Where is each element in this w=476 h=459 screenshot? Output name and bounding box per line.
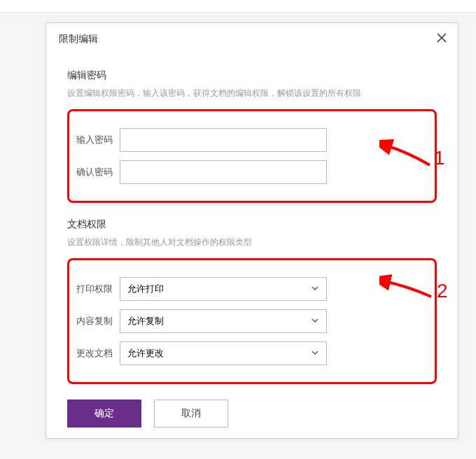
enter-password-input[interactable] [120, 128, 327, 152]
chevron-down-icon [311, 284, 319, 295]
annotation-number-1: 1 [434, 147, 445, 169]
enter-password-label: 输入密码 [76, 134, 120, 146]
copy-permission-value: 允许复制 [127, 315, 164, 327]
restrict-edit-dialog: 限制编辑 编辑密码 设置编辑权限密码，输入该密码，获得文档的编辑权限，解锁该设置… [46, 22, 458, 439]
print-permission-label: 打印权限 [76, 283, 120, 295]
ok-button-label: 确定 [94, 407, 114, 420]
copy-permission-select[interactable]: 允许复制 [120, 309, 327, 333]
modify-permission-select[interactable]: 允许更改 [120, 341, 327, 365]
dialog-content: 编辑密码 设置编辑权限密码，输入该密码，获得文档的编辑权限，解锁该设置的所有权限… [46, 52, 458, 442]
annotation-arrow-2 [379, 271, 435, 304]
section1-desc: 设置编辑权限密码，输入该密码，获得文档的编辑权限，解锁该设置的所有权限 [67, 87, 437, 99]
cancel-button-label: 取消 [181, 407, 201, 420]
section2-title: 文档权限 [67, 218, 437, 231]
chevron-down-icon [311, 348, 319, 359]
cancel-button[interactable]: 取消 [154, 400, 228, 428]
annotation-arrow-1 [379, 139, 434, 171]
ok-button[interactable]: 确定 [67, 400, 141, 428]
annotation-number-2: 2 [437, 280, 448, 302]
top-bar [0, 0, 476, 13]
modify-permission-label: 更改文档 [76, 347, 120, 360]
confirm-password-input[interactable] [120, 160, 327, 184]
row-modify-permission: 更改文档 允许更改 [76, 341, 428, 365]
section2-desc: 设置权限详情，限制其他人对文档操作的权限类型 [67, 236, 437, 248]
copy-permission-label: 内容复制 [76, 315, 120, 327]
close-icon[interactable] [435, 31, 448, 44]
confirm-password-label: 确认密码 [76, 166, 120, 178]
dialog-title-text: 限制编辑 [59, 33, 98, 44]
modify-permission-value: 允许更改 [127, 347, 164, 360]
row-enter-password: 输入密码 [76, 128, 428, 152]
row-confirm-password: 确认密码 [76, 160, 428, 184]
row-copy-permission: 内容复制 允许复制 [76, 309, 428, 333]
dialog-header: 限制编辑 [46, 23, 458, 52]
button-row: 确定 取消 [67, 400, 437, 428]
print-permission-value: 允许打印 [127, 283, 164, 295]
row-print-permission: 打印权限 允许打印 [76, 277, 428, 301]
chevron-down-icon [311, 316, 319, 327]
section1-title: 编辑密码 [67, 69, 437, 82]
print-permission-select[interactable]: 允许打印 [120, 277, 327, 301]
